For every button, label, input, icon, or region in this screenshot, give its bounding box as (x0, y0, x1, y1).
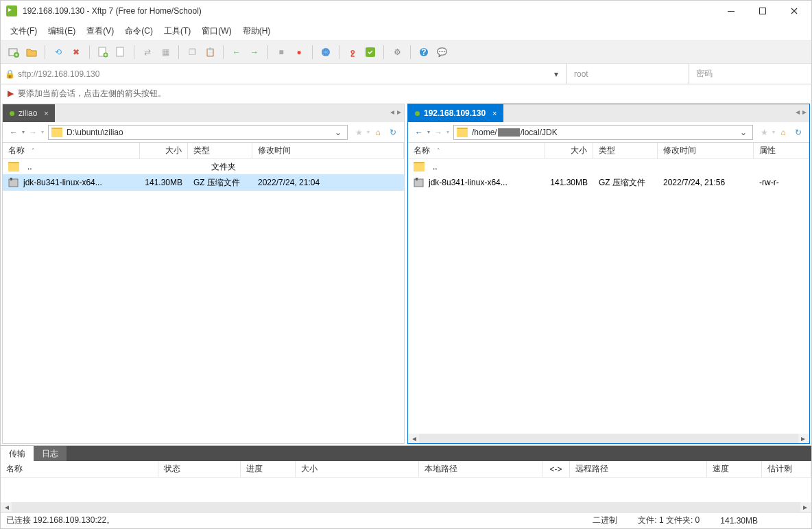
tab-next-icon[interactable]: ▸ (802, 107, 807, 117)
log-tab[interactable]: 日志 (34, 446, 67, 461)
tab-prev-icon[interactable]: ◂ (796, 107, 800, 117)
address-dropdown-icon[interactable]: ▾ (550, 69, 562, 79)
local-path-input[interactable]: D:\ubuntu\ziliao ⌄ (48, 125, 348, 140)
archive-icon (8, 177, 19, 188)
local-tab[interactable]: ziliao × (3, 104, 55, 122)
green-square-icon[interactable] (363, 45, 378, 60)
file-row[interactable]: jdk-8u341-linux-x64... 141.30MB GZ 压缩文件 … (408, 174, 809, 191)
tcol-name[interactable]: 名称 (1, 461, 158, 477)
disconnect-icon[interactable]: ✖ (69, 45, 84, 60)
tcol-size[interactable]: 大小 (296, 461, 419, 477)
reconnect-icon[interactable]: ⟲ (51, 45, 66, 60)
col-attr[interactable]: 属性 (754, 143, 809, 158)
bookmark-icon[interactable]: ★ (757, 126, 771, 139)
col-name[interactable]: 名称˄ (408, 143, 545, 158)
settings-icon[interactable]: ⚙ (390, 45, 405, 60)
remote-navbar: ← ▾ → ▾ /home//local/JDK ⌄ ★ ▾ ⌂ ↻ (408, 122, 809, 143)
tcol-remotepath[interactable]: 远程路径 (570, 461, 707, 477)
parent-dir[interactable]: .. (408, 159, 809, 174)
forward-button[interactable]: → (431, 126, 445, 139)
tab-prev-icon[interactable]: ◂ (390, 107, 394, 117)
status-count: 文件: 1 文件夹: 0 (638, 515, 700, 526)
help-icon[interactable]: ? (416, 45, 431, 60)
remote-file-list[interactable]: 名称˄ 大小 类型 修改时间 属性 .. jdk-8u341-linux-x64… (408, 143, 809, 443)
tcol-localpath[interactable]: 本地路径 (419, 461, 542, 477)
home-icon[interactable]: ⌂ (371, 126, 385, 139)
menu-edit[interactable]: 编辑(E) (48, 25, 75, 37)
close-tab-icon[interactable]: × (41, 108, 51, 118)
path-dropdown-icon[interactable]: ⌄ (332, 128, 344, 137)
new-file-icon[interactable] (95, 45, 110, 60)
cancel-icon[interactable]: ● (291, 45, 307, 60)
back-button[interactable]: ← (7, 126, 21, 139)
tcol-arrow[interactable]: <-> (542, 461, 570, 477)
username-field[interactable]: root (567, 64, 689, 84)
password-field[interactable]: 密码 (689, 64, 811, 84)
parent-dir[interactable]: .. 文件夹 (3, 159, 404, 174)
red-swirl-icon[interactable]: ջ (345, 45, 360, 60)
close-tab-icon[interactable]: × (490, 108, 499, 118)
col-modified[interactable]: 修改时间 (658, 143, 754, 158)
sync-left-icon[interactable]: ⇄ (140, 45, 155, 60)
menu-help[interactable]: 帮助(H) (243, 25, 271, 37)
refresh-icon[interactable]: ↻ (791, 126, 805, 139)
remote-tab[interactable]: 192.168.109.130 × (408, 104, 503, 122)
titlebar: 192.168.109.130 - Xftp 7 (Free for Home/… (1, 1, 811, 21)
chat-icon[interactable]: 💬 (434, 45, 449, 60)
col-modified[interactable]: 修改时间 (252, 143, 404, 158)
transfer-scrollbar[interactable]: ◂ ▸ (1, 502, 811, 512)
bookmark-icon[interactable]: ★ (352, 126, 366, 139)
address-bar[interactable]: 🔒 sftp://192.168.109.130 ▾ (1, 64, 567, 84)
file-row[interactable]: jdk-8u341-linux-x64... 141.30MB GZ 压缩文件 … (3, 174, 404, 191)
menu-tools[interactable]: 工具(T) (164, 25, 191, 37)
col-type[interactable]: 类型 (188, 143, 252, 158)
path-dropdown-icon[interactable]: ⌄ (737, 128, 750, 137)
tcol-speed[interactable]: 速度 (707, 461, 762, 477)
globe-icon[interactable] (318, 45, 333, 60)
close-button[interactable] (778, 1, 810, 21)
maximize-button[interactable] (747, 1, 778, 21)
folder-icon (414, 162, 425, 172)
transfer-body (1, 478, 811, 502)
col-type[interactable]: 类型 (593, 143, 658, 158)
paste-icon[interactable]: 📋 (202, 45, 217, 60)
tab-next-icon[interactable]: ▸ (397, 107, 401, 117)
forward-button[interactable]: → (26, 126, 40, 139)
transfer-icon[interactable]: ▦ (158, 45, 173, 60)
remote-path-input[interactable]: /home//local/JDK ⌄ (453, 125, 753, 140)
tcol-progress[interactable]: 进度 (241, 461, 296, 477)
statusbar: 已连接 192.168.109.130:22。 二进制 文件: 1 文件夹: 0… (1, 512, 811, 528)
refresh-icon[interactable]: ↻ (386, 126, 400, 139)
copy-icon[interactable]: ❐ (184, 45, 200, 60)
back-button[interactable]: ← (412, 126, 426, 139)
transfer-left-icon[interactable]: ← (229, 45, 244, 60)
svg-rect-12 (10, 178, 12, 180)
minimize-button[interactable] (715, 1, 747, 21)
menu-command[interactable]: 命令(C) (125, 25, 153, 37)
local-file-list[interactable]: 名称˄ 大小 类型 修改时间 .. 文件夹 jdk-8u341-linux-x6… (3, 143, 404, 443)
scroll-right-icon[interactable]: ▸ (798, 434, 808, 443)
status-dot-icon (10, 111, 14, 116)
transfer-right-icon[interactable]: → (247, 45, 262, 60)
col-size[interactable]: 大小 (545, 143, 593, 158)
stop-icon[interactable]: ■ (274, 45, 289, 60)
col-size[interactable]: 大小 (140, 143, 188, 158)
local-pane: ziliao × ◂ ▸ ← ▾ → ▾ D:\ubuntu\ziliao ⌄ … (2, 104, 405, 444)
redacted-segment (498, 128, 520, 137)
tcol-status[interactable]: 状态 (158, 461, 241, 477)
scroll-left-icon[interactable]: ◂ (409, 434, 419, 443)
menu-view[interactable]: 查看(V) (86, 25, 114, 37)
scroll-left-icon[interactable]: ◂ (2, 502, 12, 512)
scroll-right-icon[interactable]: ▸ (800, 502, 810, 512)
transfer-tab[interactable]: 传输 (1, 446, 34, 461)
transfer-header: 名称 状态 进度 大小 本地路径 <-> 远程路径 速度 估计剩 (1, 461, 811, 478)
h-scrollbar[interactable]: ◂ ▸ (408, 434, 809, 443)
menu-window[interactable]: 窗口(W) (202, 25, 231, 37)
open-icon[interactable] (24, 45, 39, 60)
home-icon[interactable]: ⌂ (776, 126, 790, 139)
col-name[interactable]: 名称˄ (3, 143, 140, 158)
new-session-icon[interactable] (6, 45, 21, 60)
properties-icon[interactable] (113, 45, 128, 60)
menu-file[interactable]: 文件(F) (10, 25, 37, 37)
tcol-eta[interactable]: 估计剩 (762, 461, 811, 477)
